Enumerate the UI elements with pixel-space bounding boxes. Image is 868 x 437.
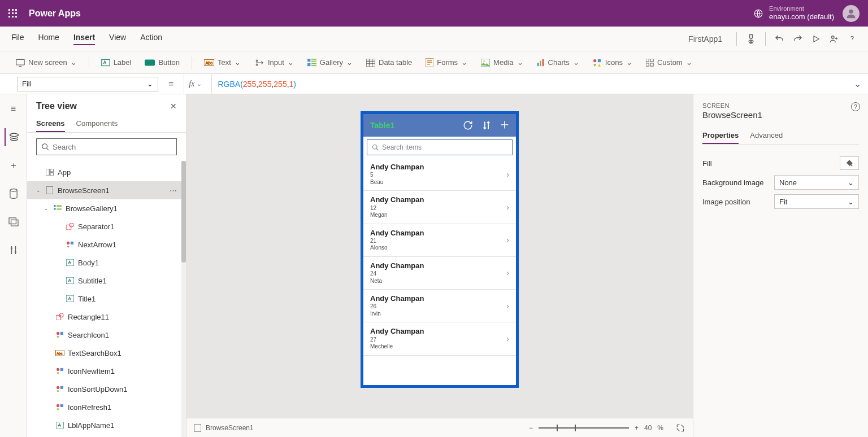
svg-rect-33	[542, 59, 544, 65]
tree-item-textsearchbox[interactable]: Abc TextSearchBox1	[27, 344, 186, 362]
environment-picker[interactable]: Environment enayu.com (default)	[753, 5, 834, 21]
menu-view[interactable]: View	[109, 33, 126, 45]
help-icon[interactable]	[848, 33, 857, 45]
tree-item-title[interactable]: Title1	[27, 290, 186, 308]
undo-icon[interactable]	[774, 34, 784, 44]
icons-dropdown[interactable]: Icons ⌄	[588, 56, 637, 69]
prop-fill-swatch[interactable]	[840, 156, 859, 170]
chevron-down-icon[interactable]: ⌄	[36, 187, 42, 193]
search-input[interactable]	[53, 143, 172, 151]
app-checker-icon[interactable]	[745, 33, 757, 45]
zoom-in-icon[interactable]: +	[635, 424, 639, 432]
chevron-right-icon[interactable]: ›	[506, 170, 509, 179]
zoom-slider[interactable]	[539, 427, 629, 429]
more-icon[interactable]: ⋯	[170, 186, 177, 195]
row-subtitle: 26	[370, 303, 424, 311]
forms-dropdown[interactable]: Forms ⌄	[421, 56, 472, 69]
close-icon[interactable]: ✕	[170, 102, 177, 111]
tree-item-searchicon[interactable]: SearchIcon1	[27, 326, 186, 344]
user-avatar[interactable]	[843, 5, 860, 22]
tree-item-browsescreen[interactable]: ⌄ BrowseScreen1 ⋯	[27, 181, 186, 199]
new-screen-button[interactable]: New screen ⌄	[11, 56, 81, 69]
tab-properties[interactable]: Properties	[702, 128, 739, 144]
insert-ribbon: New screen ⌄ Label Button Abc Text ⌄ Inp…	[0, 51, 868, 74]
tree-item-iconsortupdown[interactable]: IconSortUpDown1	[27, 380, 186, 398]
scrollbar[interactable]	[181, 161, 186, 437]
tab-advanced[interactable]: Advanced	[750, 128, 783, 144]
menu-action[interactable]: Action	[140, 33, 162, 45]
zoom-out-icon[interactable]: −	[529, 424, 533, 432]
chevron-down-icon: ⌄	[848, 178, 854, 187]
rail-media-icon[interactable]	[5, 213, 23, 231]
svg-rect-22	[311, 59, 316, 60]
tree-item-subtitle[interactable]: Subtitle1	[27, 272, 186, 290]
menu-home[interactable]: Home	[38, 33, 59, 45]
rail-advanced-icon[interactable]	[5, 241, 23, 259]
formula-expand-icon[interactable]: ⌄	[847, 78, 868, 89]
play-icon[interactable]	[811, 34, 821, 43]
rail-data-icon[interactable]	[5, 185, 23, 203]
tab-screens[interactable]: Screens	[36, 116, 65, 132]
icon-control-icon	[66, 241, 75, 248]
row-title: Andy Champan	[370, 261, 424, 270]
list-item[interactable]: Andy Champan27Mechelle›	[363, 322, 516, 355]
fit-to-screen-icon[interactable]	[676, 423, 685, 432]
tree-item-iconrefresh[interactable]: IconRefresh1	[27, 398, 186, 416]
tree-search[interactable]	[36, 138, 177, 155]
tree-item-iconnewitem[interactable]: IconNewItem1	[27, 362, 186, 380]
chevron-right-icon[interactable]: ›	[506, 301, 509, 311]
tree-item-rectangle[interactable]: Rectangle11	[27, 308, 186, 326]
environment-label: Environment	[769, 5, 834, 12]
label-button[interactable]: Label	[97, 56, 136, 69]
custom-dropdown[interactable]: Custom ⌄	[641, 56, 697, 69]
tab-components[interactable]: Components	[76, 116, 118, 132]
tree-item-body[interactable]: Body1	[27, 254, 186, 272]
chevron-right-icon[interactable]: ›	[506, 203, 509, 212]
rail-insert-icon[interactable]: ＋	[5, 156, 23, 174]
tree-item-app[interactable]: App	[27, 163, 186, 181]
app-name-label: FirstApp1	[688, 34, 722, 43]
svg-rect-8	[15, 16, 17, 18]
tree-item-lblappname[interactable]: LblAppName1	[27, 416, 186, 434]
list-item[interactable]: Andy Champan5Beau›	[363, 158, 516, 191]
text-dropdown[interactable]: Abc Text ⌄	[199, 56, 245, 69]
prop-bgimage-dropdown[interactable]: None ⌄	[774, 175, 859, 190]
fx-label[interactable]: fx⌄	[184, 74, 206, 94]
prop-imgpos-dropdown[interactable]: Fit ⌄	[774, 194, 859, 209]
refresh-icon[interactable]	[463, 120, 473, 130]
media-dropdown[interactable]: Media ⌄	[476, 56, 527, 69]
tree-item-browsegallery[interactable]: ⌄ BrowseGallery1	[27, 199, 186, 217]
list-item[interactable]: Andy Champan24Neta›	[363, 257, 516, 290]
charts-dropdown[interactable]: Charts ⌄	[532, 56, 584, 69]
rail-tree-icon[interactable]	[5, 128, 23, 146]
chevron-right-icon[interactable]: ›	[506, 235, 509, 244]
help-icon[interactable]: ?	[851, 102, 860, 111]
sort-icon[interactable]	[482, 120, 491, 130]
formula-input[interactable]: RGBA(255, 255, 255, 1)	[211, 74, 841, 94]
menu-insert[interactable]: Insert	[73, 33, 95, 45]
menu-file[interactable]: File	[11, 33, 24, 45]
list-item[interactable]: Andy Champan26Irvin›	[363, 290, 516, 322]
tree-item-separator[interactable]: Separator1	[27, 217, 186, 235]
phone-search[interactable]: Search items	[367, 139, 513, 155]
phone-screen[interactable]: Table1 Search items Andy Champan5Beau›An…	[361, 111, 519, 388]
add-icon[interactable]	[500, 120, 509, 130]
svg-rect-1	[12, 9, 14, 11]
chevron-down-icon[interactable]: ⌄	[44, 206, 50, 211]
data-table-button[interactable]: Data table	[362, 56, 416, 69]
waffle-icon[interactable]	[8, 9, 18, 18]
share-icon[interactable]	[829, 34, 839, 44]
list-item[interactable]: Andy Champan12Megan›	[363, 191, 516, 224]
rail-hamburger-icon[interactable]: ≡	[5, 100, 23, 118]
tree-item-nextarrow[interactable]: NextArrow1	[27, 235, 186, 254]
screen-checkbox[interactable]	[194, 424, 201, 432]
property-selector[interactable]: Fill ⌄	[17, 77, 158, 91]
chevron-right-icon[interactable]: ›	[506, 268, 509, 277]
svg-rect-24	[307, 63, 310, 65]
chevron-right-icon[interactable]: ›	[506, 334, 509, 343]
gallery-dropdown[interactable]: Gallery ⌄	[303, 56, 357, 69]
redo-icon[interactable]	[793, 34, 803, 44]
list-item[interactable]: Andy Champan21Alonso›	[363, 224, 516, 257]
button-button[interactable]: Button	[140, 56, 184, 69]
input-dropdown[interactable]: Input ⌄	[250, 56, 298, 69]
